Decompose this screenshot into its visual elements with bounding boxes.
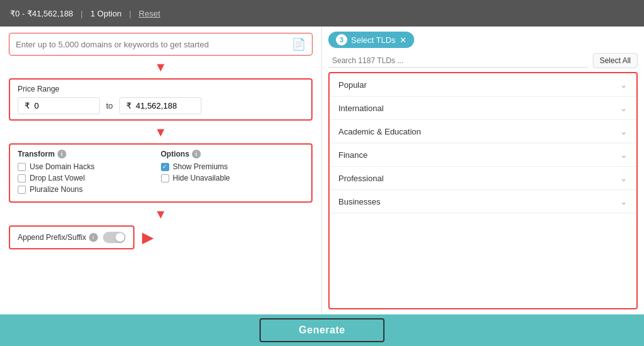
left-panel: 📄 ▼ Price Range to ▼ Transform i (0, 27, 322, 314)
toggle-knob (116, 233, 124, 242)
chevron-finance-icon: ⌄ (620, 150, 628, 160)
chevron-popular-icon: ⌄ (620, 80, 628, 90)
tld-category-professional-label: Professional (338, 174, 384, 183)
checkbox-hide-unavailable-box[interactable] (161, 174, 169, 182)
tld-category-businesses-label: Businesses (338, 197, 380, 206)
checkbox-show-premiums-box[interactable] (161, 163, 169, 171)
transform-row: Transform i Use Domain Hacks Drop Last V… (18, 150, 304, 196)
tld-list: Popular ⌄ International ⌄ Academic & Edu… (330, 73, 636, 308)
top-bar-divider2: | (129, 9, 131, 18)
transform-header: Transform i (18, 150, 161, 158)
tld-category-international-label: International (338, 104, 384, 113)
checkbox-use-domain-hacks[interactable]: Use Domain Hacks (18, 162, 161, 171)
chevron-academic-icon: ⌄ (620, 126, 628, 136)
top-bar-divider1: | (81, 9, 83, 18)
reset-link[interactable]: Reset (139, 9, 160, 18)
checkbox-pluralize-box[interactable] (18, 186, 26, 194)
arrow-down-3: ▼ (9, 208, 313, 220)
price-range-display: ₹0 - ₹41,562,188 (10, 9, 73, 18)
append-row: Append Prefix/Suffix i ▶ (9, 225, 313, 249)
chevron-professional-icon: ⌄ (620, 173, 628, 183)
bottom-bar: Generate (0, 314, 644, 346)
price-inputs: to (18, 97, 304, 114)
append-label: Append Prefix/Suffix i (18, 233, 98, 242)
price-min-input[interactable] (18, 97, 100, 114)
chevron-international-icon: ⌄ (620, 103, 628, 113)
checkbox-drop-vowel-label: Drop Last Vowel (30, 174, 85, 182)
transform-info-icon[interactable]: i (57, 150, 66, 158)
tld-close-icon[interactable]: ✕ (400, 35, 407, 45)
checkbox-hide-unavailable[interactable]: Hide Unavailable (161, 174, 304, 182)
keyword-search-row: 📄 (9, 33, 313, 56)
tld-header: 3 Select TLDs ✕ (328, 32, 638, 48)
price-to-label: to (106, 101, 113, 110)
tld-badge[interactable]: 3 Select TLDs ✕ (328, 32, 414, 48)
tld-category-professional[interactable]: Professional ⌄ (330, 167, 636, 190)
checkbox-pluralize-nouns[interactable]: Pluralize Nouns (18, 185, 161, 194)
tld-badge-label: Select TLDs (351, 35, 396, 45)
transform-col: Transform i Use Domain Hacks Drop Last V… (18, 150, 161, 196)
append-label-text: Append Prefix/Suffix (18, 233, 86, 242)
options-label: Options (161, 150, 189, 158)
tld-category-academic-label: Academic & Education (338, 127, 421, 136)
tld-search-row: Select All (328, 53, 638, 68)
tld-category-academic[interactable]: Academic & Education ⌄ (330, 120, 636, 143)
chevron-businesses-icon: ⌄ (620, 196, 628, 206)
checkbox-drop-last-vowel[interactable]: Drop Last Vowel (18, 174, 161, 182)
checkbox-hide-unavailable-label: Hide Unavailable (173, 174, 230, 182)
arrow-right-red: ▶ (142, 229, 153, 246)
checkbox-pluralize-label: Pluralize Nouns (30, 185, 83, 194)
arrow-down-2: ▼ (9, 126, 313, 138)
tld-category-finance-label: Finance (338, 150, 367, 160)
price-range-label: Price Range (18, 85, 304, 93)
price-max-input[interactable] (119, 97, 201, 114)
keyword-search-input[interactable] (16, 40, 287, 49)
tld-category-international[interactable]: International ⌄ (330, 97, 636, 120)
checkbox-show-premiums-label: Show Premiums (173, 162, 228, 171)
generate-button[interactable]: Generate (259, 318, 384, 342)
tld-category-popular[interactable]: Popular ⌄ (330, 73, 636, 97)
upload-icon[interactable]: 📄 (292, 37, 306, 51)
tld-badge-count: 3 (336, 34, 347, 45)
transform-options-box: Transform i Use Domain Hacks Drop Last V… (9, 143, 313, 203)
transform-label: Transform (18, 150, 55, 158)
arrow-down-1: ▼ (9, 61, 313, 73)
append-toggle[interactable] (103, 232, 126, 243)
options-header: Options i (161, 150, 304, 158)
tld-category-businesses[interactable]: Businesses ⌄ (330, 190, 636, 213)
tld-list-container: Popular ⌄ International ⌄ Academic & Edu… (328, 72, 638, 309)
top-bar: ₹0 - ₹41,562,188 | 1 Option | Reset (0, 0, 644, 27)
option-display: 1 Option (90, 9, 121, 18)
tld-category-popular-label: Popular (338, 80, 367, 90)
tld-category-finance[interactable]: Finance ⌄ (330, 143, 636, 167)
checkbox-domain-hacks-box[interactable] (18, 163, 26, 171)
tld-search-input[interactable] (328, 54, 588, 68)
checkbox-drop-vowel-box[interactable] (18, 174, 26, 182)
checkbox-show-premiums[interactable]: Show Premiums (161, 162, 304, 171)
price-range-box: Price Range to (9, 78, 313, 121)
options-col: Options i Show Premiums Hide Unavailable (161, 150, 304, 196)
append-box: Append Prefix/Suffix i (9, 225, 134, 249)
checkbox-domain-hacks-label: Use Domain Hacks (30, 162, 95, 171)
right-panel: 3 Select TLDs ✕ Select All Popular ⌄ Int… (322, 27, 644, 314)
select-all-button[interactable]: Select All (593, 53, 638, 68)
append-info-icon[interactable]: i (89, 233, 98, 242)
options-info-icon[interactable]: i (192, 150, 201, 158)
